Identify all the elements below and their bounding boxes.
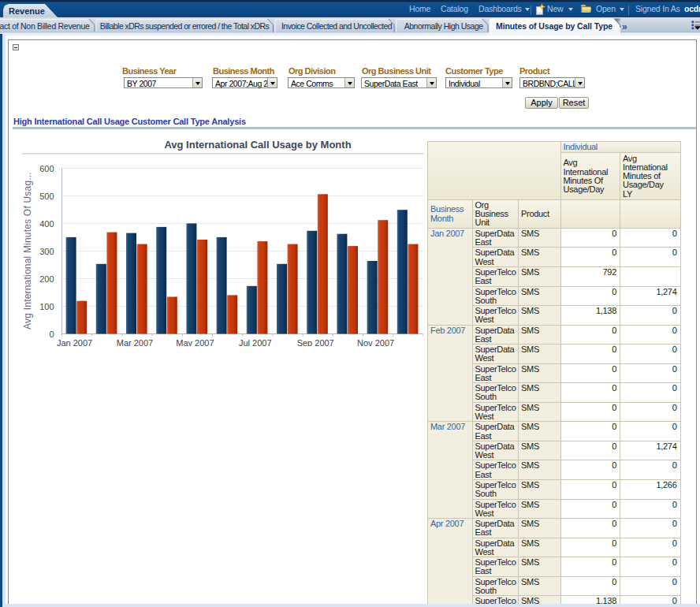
svg-text:Jan 2007: Jan 2007	[57, 338, 92, 347]
svg-text:Invoice Collected and Uncollec: Invoice Collected and Uncollected	[281, 21, 393, 31]
svg-text:600: 600	[39, 164, 54, 173]
svg-text:500: 500	[39, 192, 54, 201]
svg-text:300: 300	[39, 247, 54, 256]
svg-text:Nov 2007: Nov 2007	[357, 338, 394, 347]
svg-text:act of Non Billed Revenue: act of Non Billed Revenue	[0, 21, 90, 31]
svg-text:Sep 2007: Sep 2007	[297, 338, 334, 347]
svg-text:Mar 2007: Mar 2007	[117, 338, 153, 347]
svg-text:Jul 2007: Jul 2007	[239, 338, 272, 347]
svg-text:100: 100	[39, 302, 54, 311]
svg-text:200: 200	[39, 274, 54, 284]
svg-text:»: »	[622, 21, 627, 32]
svg-text:Minutes of Usage by Call Type: Minutes of Usage by Call Type	[496, 21, 612, 31]
svg-text:0: 0	[49, 330, 54, 339]
svg-text:Abnormally High Usage: Abnormally High Usage	[404, 21, 483, 31]
svg-text:Billable xDRs suspended or err: Billable xDRs suspended or errored / the…	[100, 21, 270, 31]
svg-text:400: 400	[39, 219, 54, 229]
svg-text:May 2007: May 2007	[176, 338, 214, 347]
svg-text:Avg International Call Usage b: Avg International Call Usage by Month	[164, 139, 351, 151]
svg-text:Avg International Minutes Of U: Avg International Minutes Of Usag...	[22, 172, 33, 330]
